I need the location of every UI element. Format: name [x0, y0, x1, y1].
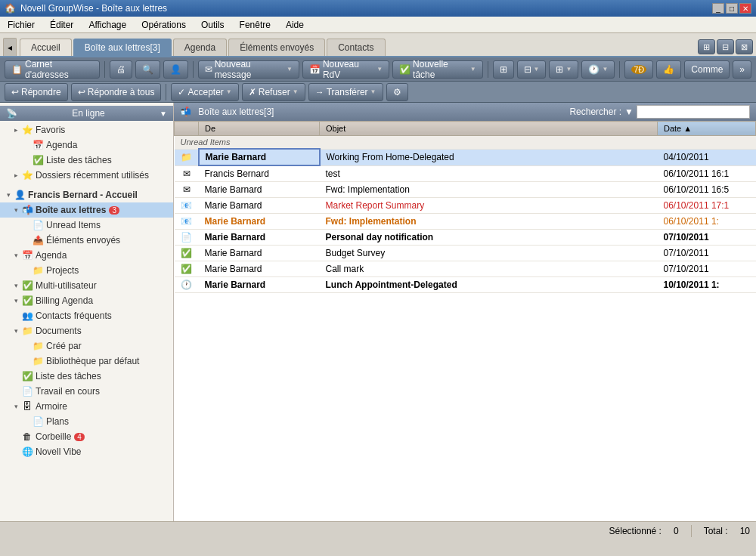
repondre-tous-button[interactable]: ↩ Répondre à tous — [71, 83, 162, 101]
email-row[interactable]: ✅ Marie Barnard Call mark 07/10/2011 — [175, 261, 756, 277]
tab-agenda[interactable]: Agenda — [173, 39, 227, 56]
col-date-header[interactable]: Date ▲ — [658, 122, 756, 136]
thumbsup-icon: 👍 — [663, 64, 674, 75]
menu-editer[interactable]: Éditer — [45, 18, 78, 32]
repondre-button[interactable]: ↩ Répondre — [5, 83, 68, 101]
refuser-button[interactable]: ✗ Refuser ▼ — [242, 83, 305, 101]
sidebar-item-taches-fav[interactable]: ✅ Liste des tâches — [0, 153, 173, 168]
sidebar-item-documents[interactable]: ▾ 📁 Documents — [0, 323, 173, 338]
minimize-button[interactable]: _ — [712, 3, 724, 14]
nouveau-rdv-button[interactable]: 📅 Nouveau RdV ▼ — [302, 60, 389, 79]
transferer-button[interactable]: → Transférer ▼ — [308, 83, 383, 101]
unread-icon: 📄 — [32, 219, 44, 231]
doc-icon-plans: 📄 — [32, 415, 44, 428]
carnet-icon: 📋 — [11, 64, 23, 75]
menu-operations[interactable]: Opérations — [137, 18, 191, 32]
tab-extra-btn2[interactable]: ⊟ — [717, 39, 734, 54]
menu-outils[interactable]: Outils — [197, 18, 229, 32]
boite-label: Boîte aux lettres — [36, 205, 106, 215]
col-sender-header[interactable]: De — [199, 122, 320, 136]
sidebar-item-agenda-tree[interactable]: ▾ 📅 Agenda — [0, 248, 173, 263]
badge-btn[interactable]: 7Ð — [624, 60, 653, 79]
email-date: 06/10/2011 17:1 — [658, 198, 756, 214]
print-button[interactable]: 🖨 — [110, 60, 132, 79]
nouvelle-tache-button[interactable]: ✅ Nouvelle tâche ▼ — [392, 60, 483, 79]
email-date: 07/10/2011 — [658, 246, 756, 261]
email-row[interactable]: ✅ Marie Barnard Budget Survey 07/10/2011 — [175, 246, 756, 261]
email-row[interactable]: ✉ Francis Bernard test 06/10/2011 16:1 — [175, 165, 756, 182]
sidebar-item-corbeille[interactable]: 🗑 Corbeille 4 — [0, 429, 173, 444]
carnet-adresses-button[interactable]: 📋 Carnet d'adresses — [5, 60, 100, 79]
thumbsup-btn[interactable]: 👍 — [656, 60, 681, 79]
sidebar-item-travail[interactable]: 📄 Travail en cours — [0, 384, 173, 399]
search-dropdown-arrow[interactable]: ▼ — [624, 107, 634, 117]
corbeille-label: Corbeille — [36, 431, 71, 442]
close-button[interactable]: ✕ — [739, 3, 751, 14]
dropdown-arrow-6: ▼ — [602, 66, 608, 73]
sidebar-item-unread[interactable]: 📄 Unread Items — [0, 218, 173, 233]
email-subject: Working From Home-Delegated — [320, 149, 658, 165]
person-button[interactable]: 👤 — [163, 60, 188, 79]
menubar: Fichier Éditer Affichage Opérations Outi… — [0, 17, 756, 33]
clock-btn[interactable]: 🕐▼ — [581, 60, 615, 79]
search-input[interactable] — [637, 105, 750, 119]
sidebar-item-account[interactable]: ▾ 👤 Francis Bernard - Accueil — [0, 187, 173, 202]
accepter-button[interactable]: ✓ Accepter ▼ — [171, 83, 238, 101]
nouveau-message-button[interactable]: ✉ Nouveau message ▼ — [198, 60, 299, 79]
sidebar-header[interactable]: 📡 En ligne ▼ — [0, 106, 173, 121]
search-button[interactable]: 🔍 — [135, 60, 160, 79]
maximize-button[interactable]: □ — [726, 3, 738, 14]
grid-btn2[interactable]: ⊟▼ — [517, 60, 547, 79]
tab-scroll-left[interactable]: ◂ — [3, 38, 17, 56]
email-row[interactable]: ✉ Marie Barnard Fwd: Implementation 06/1… — [175, 182, 756, 198]
grid-btn1[interactable]: ⊞ — [493, 60, 514, 79]
grid-btn3[interactable]: ⊞▼ — [549, 60, 578, 79]
email-sender: Marie Barnard — [199, 230, 320, 246]
envelope-icon: ✉ — [205, 64, 212, 75]
sidebar-item-boite-lettres[interactable]: ▾ 📬 Boîte aux lettres 3 — [0, 202, 173, 218]
tab-boite[interactable]: Boîte aux lettres[3] — [73, 39, 172, 56]
reply-all-icon: ↩ — [78, 87, 85, 97]
badge-icon: 7Ð — [631, 65, 646, 74]
sidebar-item-taches-tree[interactable]: ✅ Liste des tâches — [0, 369, 173, 384]
sidebar-item-cree-par[interactable]: 📁 Créé par — [0, 338, 173, 354]
online-dropdown-arrow[interactable]: ▼ — [160, 110, 167, 118]
col-subject-header[interactable]: Objet — [320, 122, 658, 136]
statusbar: Sélectionné : 0 Total : 10 — [0, 521, 756, 539]
expand-billing: ▾ — [11, 297, 21, 304]
sidebar-item-novell-vibe[interactable]: 🌐 Novell Vibe — [0, 444, 173, 459]
menu-fichier[interactable]: Fichier — [3, 18, 39, 32]
menu-aide[interactable]: Aide — [281, 18, 308, 32]
sidebar-item-favoris[interactable]: ▸ ⭐ Favoris — [0, 122, 173, 137]
sidebar-item-contacts[interactable]: 👥 Contacts fréquents — [0, 308, 173, 323]
sidebar-item-biblio[interactable]: 📁 Bibliothèque par défaut — [0, 354, 173, 369]
menu-affichage[interactable]: Affichage — [84, 18, 131, 32]
tab-accueil[interactable]: Accueil — [20, 39, 72, 56]
email-row[interactable]: 🕐 Marie Barnard Lunch Appointment-Delega… — [175, 277, 756, 293]
sidebar-item-agenda-fav[interactable]: 📅 Agenda — [0, 137, 173, 153]
email-icon-cell: 📧 — [175, 214, 199, 230]
sidebar-item-projects[interactable]: 📁 Projects — [0, 263, 173, 278]
email-row[interactable]: 📧 Marie Barnard Market Report Summary 06… — [175, 198, 756, 214]
email-row[interactable]: 📧 Marie Barnard Fwd: Implementation 06/1… — [175, 214, 756, 230]
task-icon: ✅ — [399, 64, 411, 75]
extra-btn[interactable]: ⚙ — [386, 83, 408, 101]
email-row[interactable]: 📁 Marie Barnard Working From Home-Delega… — [175, 149, 756, 165]
comme-btn[interactable]: Comme — [684, 60, 730, 79]
clock-email-icon: 🕐 — [181, 280, 192, 290]
tab-contacts[interactable]: Contacts — [327, 39, 385, 56]
sidebar-item-envoyes[interactable]: 📤 Éléments envoyés — [0, 233, 173, 248]
sidebar-item-recents[interactable]: ▸ ⭐ Dossiers récemment utilisés — [0, 168, 173, 183]
sidebar-item-billing[interactable]: ▾ ✅ Billing Agenda — [0, 293, 173, 308]
email-row[interactable]: 📄 Marie Barnard Personal day notificatio… — [175, 230, 756, 246]
tabbar: ◂ Accueil Boîte aux lettres[3] Agenda Él… — [0, 33, 756, 57]
sidebar-item-plans[interactable]: 📄 Plans — [0, 414, 173, 429]
tab-extra-btn1[interactable]: ⊞ — [698, 39, 715, 54]
sidebar-item-multi[interactable]: ▾ ✅ Multi-utilisateur — [0, 278, 173, 293]
tab-envoyes[interactable]: Éléments envoyés — [228, 39, 325, 56]
sidebar-item-armoire[interactable]: ▾ 🗄 Armoire — [0, 399, 173, 414]
toolbar-separator-2 — [193, 61, 194, 78]
menu-fenetre[interactable]: Fenêtre — [235, 18, 275, 32]
more-btn[interactable]: » — [733, 60, 751, 79]
tab-extra-btn3[interactable]: ⊠ — [736, 39, 753, 54]
